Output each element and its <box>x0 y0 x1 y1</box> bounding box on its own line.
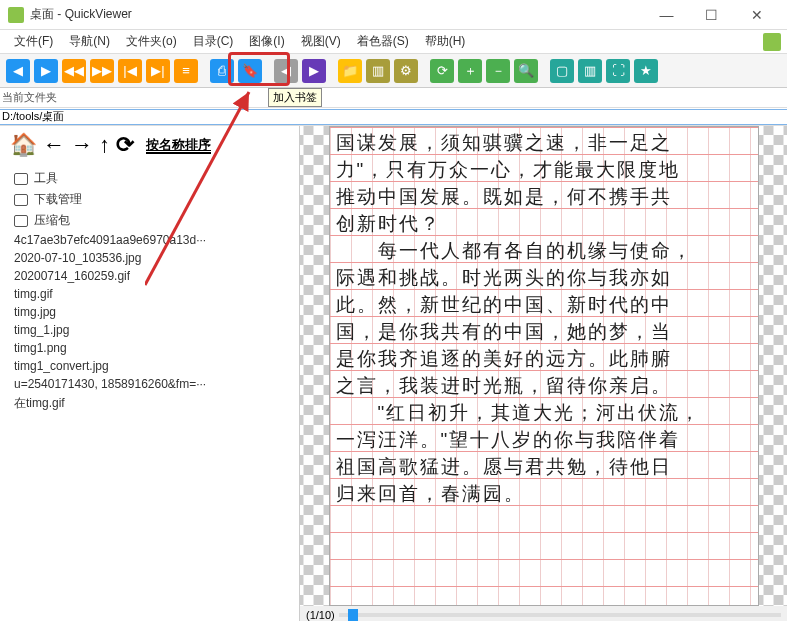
next-button[interactable]: ▶ <box>34 59 58 83</box>
tooltip: 加入书签 <box>268 88 322 107</box>
pager: (1/10) <box>300 606 787 621</box>
file-item[interactable]: u=2540171430, 1858916260&fm=··· <box>8 375 291 393</box>
home-icon[interactable]: 🏠 <box>10 132 37 158</box>
image-viewer[interactable]: 国谋发展，须知骐骥之速，非一足之力"，只有万众一心，才能最大限度地推动中国发展。… <box>300 126 787 621</box>
close-button[interactable]: ✕ <box>734 0 779 30</box>
menu-view[interactable]: 视图(V) <box>293 31 349 52</box>
page-slider[interactable] <box>339 613 781 617</box>
menu-file[interactable]: 文件(F) <box>6 31 61 52</box>
reload-icon[interactable]: ⟳ <box>116 132 134 158</box>
open-folder-button[interactable]: 📁 <box>338 59 362 83</box>
zoom-out-button[interactable]: － <box>486 59 510 83</box>
page-count: (1/10) <box>306 609 335 621</box>
rotate-left-button[interactable]: ◀ <box>274 59 298 83</box>
folder-icon <box>14 215 28 227</box>
zoom-in-button[interactable]: ＋ <box>458 59 482 83</box>
book-icon[interactable]: ▥ <box>366 59 390 83</box>
sidebar: 🏠 ← → ↑ ⟳ 按名称排序 工具 下载管理 压缩包 4c17ae3b7efc… <box>0 126 300 621</box>
path-label: 当前文件夹 <box>0 90 59 105</box>
last-button[interactable]: ▶| <box>146 59 170 83</box>
gear-icon[interactable]: ⚙ <box>394 59 418 83</box>
pathbar: 当前文件夹 <box>0 88 787 108</box>
folder-item[interactable]: 工具 <box>8 168 291 189</box>
file-item[interactable]: 4c17ae3b7efc4091aa9e6970a13d··· <box>8 231 291 249</box>
list-icon[interactable]: ≡ <box>174 59 198 83</box>
refresh-button[interactable]: ⟳ <box>430 59 454 83</box>
zoom-fit-button[interactable]: 🔍 <box>514 59 538 83</box>
edit-icon[interactable] <box>763 33 781 51</box>
up-icon[interactable]: ↑ <box>99 132 110 158</box>
bookmark-save-button[interactable]: ⎙ <box>210 59 234 83</box>
toolbar: ◀ ▶ ◀◀ ▶▶ |◀ ▶| ≡ ⎙ 🔖 ◀ ▶ 📁 ▥ ⚙ ⟳ ＋ － 🔍 … <box>0 54 787 88</box>
file-tree: 工具 下载管理 压缩包 4c17ae3b7efc4091aa9e6970a13d… <box>0 164 299 418</box>
file-item[interactable]: timg.jpg <box>8 303 291 321</box>
folder-icon <box>14 194 28 206</box>
file-item[interactable]: 20200714_160259.gif <box>8 267 291 285</box>
menubar: 文件(F) 导航(N) 文件夹(o) 目录(C) 图像(I) 视图(V) 着色器… <box>0 30 787 54</box>
back-icon[interactable]: ← <box>43 132 65 158</box>
folder-item[interactable]: 下载管理 <box>8 189 291 210</box>
file-item[interactable]: 2020-07-10_103536.jpg <box>8 249 291 267</box>
folder-item[interactable]: 压缩包 <box>8 210 291 231</box>
menu-folder[interactable]: 文件夹(o) <box>118 31 185 52</box>
file-item[interactable]: timg1_convert.jpg <box>8 357 291 375</box>
fast-next-button[interactable]: ▶▶ <box>90 59 114 83</box>
file-item[interactable]: timg.gif <box>8 285 291 303</box>
menu-help[interactable]: 帮助(H) <box>417 31 474 52</box>
menu-shader[interactable]: 着色器(S) <box>349 31 417 52</box>
file-item[interactable]: timg_1.jpg <box>8 321 291 339</box>
path-input[interactable] <box>0 110 787 124</box>
menu-nav[interactable]: 导航(N) <box>61 31 118 52</box>
menu-image[interactable]: 图像(I) <box>241 31 292 52</box>
forward-icon[interactable]: → <box>71 132 93 158</box>
document-page: 国谋发展，须知骐骥之速，非一足之力"，只有万众一心，才能最大限度地推动中国发展。… <box>329 126 759 606</box>
fullscreen-button[interactable]: ⛶ <box>606 59 630 83</box>
single-page-button[interactable]: ▢ <box>550 59 574 83</box>
file-item[interactable]: 在timg.gif <box>8 393 291 414</box>
minimize-button[interactable]: — <box>644 0 689 30</box>
rotate-right-button[interactable]: ▶ <box>302 59 326 83</box>
fast-prev-button[interactable]: ◀◀ <box>62 59 86 83</box>
slider-thumb[interactable] <box>348 609 358 621</box>
window-title: 桌面 - QuickViewer <box>30 6 644 23</box>
first-button[interactable]: |◀ <box>118 59 142 83</box>
bookmark-add-button[interactable]: 🔖 <box>238 59 262 83</box>
prev-button[interactable]: ◀ <box>6 59 30 83</box>
sort-button[interactable]: 按名称排序 <box>146 136 211 154</box>
menu-catalog[interactable]: 目录(C) <box>185 31 242 52</box>
star-button[interactable]: ★ <box>634 59 658 83</box>
titlebar: 桌面 - QuickViewer — ☐ ✕ <box>0 0 787 30</box>
file-item[interactable]: timg1.png <box>8 339 291 357</box>
maximize-button[interactable]: ☐ <box>689 0 734 30</box>
folder-icon <box>14 173 28 185</box>
app-icon <box>8 7 24 23</box>
double-page-button[interactable]: ▥ <box>578 59 602 83</box>
